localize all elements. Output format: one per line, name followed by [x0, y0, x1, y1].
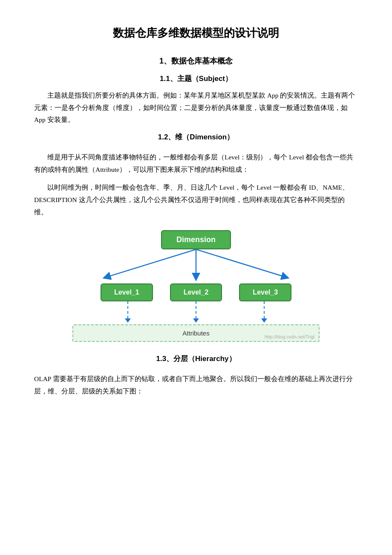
level1-box: Level_1: [101, 283, 153, 301]
dashed-arrow-2: [170, 301, 222, 323]
level-row: Level_1 Level_2 Level_3: [101, 283, 291, 301]
dashed-line-3: [264, 301, 265, 318]
attributes-box: Attributes http://blog.csdn.net/Trigl: [72, 324, 320, 342]
svg-line-2: [196, 249, 285, 277]
attributes-label: Attributes: [182, 330, 209, 337]
sub2-heading: 1.2、维（Dimension）: [34, 132, 358, 142]
dashed-line-1: [127, 301, 128, 318]
connector-svg: [68, 249, 324, 283]
sub1-paragraph: 主题就是指我们所要分析的具体方面。例如：某年某月某地区某机型某款 App 的安装…: [34, 90, 358, 126]
dimension-diagram: Dimension Level_1 Level_2 Level_3: [34, 230, 358, 342]
section1-heading: 1、数据仓库基本概念: [34, 56, 358, 66]
level2-box: Level_2: [170, 283, 222, 301]
sub3-paragraph: OLAP 需要基于有层级的自上而下的钻取，或者自下而上地聚合。所以我们一般会在维…: [34, 373, 358, 397]
arrow-head-1: [125, 318, 131, 323]
dashed-line-2: [196, 301, 196, 318]
sub3-heading: 1.3、分层（Hierarchy）: [34, 354, 358, 364]
level3-box: Level_3: [239, 283, 291, 301]
arrow-head-2: [193, 318, 199, 323]
page-title: 数据仓库多维数据模型的设计说明: [34, 26, 358, 40]
dashed-arrow-3: [239, 301, 290, 323]
dashed-arrow-1: [102, 301, 153, 323]
sub2-paragraph2: 以时间维为例，时间维一般会包含年、季、月、日这几个 Level，每个 Level…: [34, 182, 358, 218]
dimension-box: Dimension: [161, 230, 231, 249]
dashed-arrows: [102, 301, 290, 323]
arrow-head-3: [261, 318, 267, 323]
sub2-paragraph1: 维是用于从不同角度描述事物特征的，一般维都会有多层（Level：级别），每个 L…: [34, 151, 358, 176]
watermark: http://blog.csdn.net/Trigl: [265, 334, 314, 339]
svg-line-0: [107, 249, 196, 277]
sub1-heading: 1.1、主题（Subject）: [34, 74, 358, 84]
connector-svg-area: [68, 249, 324, 283]
